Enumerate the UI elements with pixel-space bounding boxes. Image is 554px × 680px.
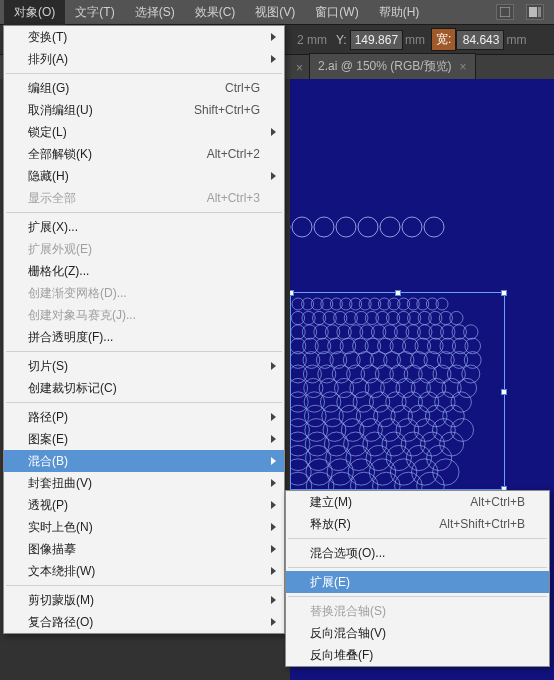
object-menu-item[interactable]: 图像描摹 <box>4 538 284 560</box>
menu-item-label: 剪切蒙版(M) <box>28 592 94 609</box>
blend-submenu-item[interactable]: 建立(M)Alt+Ctrl+B <box>286 491 549 513</box>
object-menu-item[interactable]: 取消编组(U)Shift+Ctrl+G <box>4 99 284 121</box>
object-menu-item[interactable]: 锁定(L) <box>4 121 284 143</box>
menu-item-label: 锁定(L) <box>28 124 67 141</box>
svg-point-164 <box>348 459 374 485</box>
svg-point-153 <box>290 445 311 470</box>
y-label: Y: <box>336 33 347 47</box>
svg-point-148 <box>363 432 387 456</box>
blend-submenu-item[interactable]: 反向堆叠(F) <box>286 644 549 666</box>
svg-point-140 <box>396 419 419 442</box>
object-menu-item[interactable]: 拼合透明度(F)... <box>4 326 284 348</box>
svg-point-36 <box>386 311 399 324</box>
svg-point-20 <box>378 298 390 310</box>
object-menu-item[interactable]: 栅格化(Z)... <box>4 260 284 282</box>
menu-view[interactable]: 视图(V) <box>245 0 305 25</box>
blend-submenu-item[interactable]: 混合选项(O)... <box>286 542 549 564</box>
object-menu-item[interactable]: 剪切蒙版(M) <box>4 589 284 611</box>
svg-point-18 <box>359 298 371 310</box>
menu-effect[interactable]: 效果(C) <box>185 0 246 25</box>
svg-point-160 <box>427 445 452 470</box>
menu-item-label: 扩展(X)... <box>28 219 78 236</box>
svg-point-44 <box>302 325 316 339</box>
svg-point-152 <box>440 432 464 456</box>
menu-item-label: 反向混合轴(V) <box>310 625 386 642</box>
svg-point-24 <box>417 298 429 310</box>
object-menu-item[interactable]: 排列(A) <box>4 48 284 70</box>
svg-point-35 <box>376 311 389 324</box>
object-menu-item[interactable]: 编组(G)Ctrl+G <box>4 77 284 99</box>
menu-window[interactable]: 窗口(W) <box>305 0 368 25</box>
blend-submenu-item[interactable]: 扩展(E) <box>286 571 549 593</box>
svg-point-43 <box>291 325 305 339</box>
svg-point-118 <box>369 392 389 412</box>
toolbar-btn-2[interactable] <box>526 4 544 20</box>
svg-point-12 <box>302 298 314 310</box>
blend-submenu-item[interactable]: 反向混合轴(V) <box>286 622 549 644</box>
svg-point-70 <box>427 338 443 354</box>
menu-shortcut: Alt+Shift+Ctrl+B <box>439 517 525 531</box>
svg-point-53 <box>406 325 420 339</box>
svg-point-154 <box>306 445 331 470</box>
svg-point-30 <box>323 311 336 324</box>
menu-help[interactable]: 帮助(H) <box>369 0 430 25</box>
svg-point-28 <box>302 311 315 324</box>
object-menu-item[interactable]: 隐藏(H) <box>4 165 284 187</box>
tab-pin-icon[interactable]: × <box>290 57 309 79</box>
document-tab[interactable]: 2.ai @ 150% (RGB/预览) × <box>309 53 476 79</box>
menu-object[interactable]: 对象(O) <box>4 0 65 25</box>
object-menu-item[interactable]: 混合(B) <box>4 450 284 472</box>
svg-point-123 <box>451 392 471 412</box>
svg-point-32 <box>344 311 357 324</box>
svg-point-14 <box>321 298 333 310</box>
menu-item-label: 混合选项(O)... <box>310 545 385 562</box>
svg-point-129 <box>374 405 396 427</box>
svg-point-31 <box>334 311 347 324</box>
object-menu-item[interactable]: 实时上色(N) <box>4 516 284 538</box>
object-menu-item[interactable]: 图案(E) <box>4 428 284 450</box>
svg-point-141 <box>414 419 437 442</box>
svg-point-80 <box>370 352 387 369</box>
menu-shortcut: Shift+Ctrl+G <box>194 103 260 117</box>
object-menu-item[interactable]: 变换(T) <box>4 26 284 48</box>
menu-select[interactable]: 选择(S) <box>125 0 185 25</box>
svg-point-117 <box>353 392 373 412</box>
menu-item-label: 全部解锁(K) <box>28 146 92 163</box>
object-menu-item[interactable]: 路径(P) <box>4 406 284 428</box>
svg-point-45 <box>314 325 328 339</box>
w-input[interactable]: 84.643 <box>456 30 504 50</box>
svg-point-157 <box>366 445 391 470</box>
object-menu-item[interactable]: 创建裁切标记(C) <box>4 377 284 399</box>
svg-point-22 <box>398 298 410 310</box>
tab-close-icon[interactable]: × <box>460 60 467 74</box>
svg-point-42 <box>450 311 463 324</box>
object-menu-item[interactable]: 封套扭曲(V) <box>4 472 284 494</box>
svg-point-41 <box>439 311 452 324</box>
svg-point-55 <box>429 325 443 339</box>
svg-point-46 <box>325 325 339 339</box>
svg-point-19 <box>369 298 381 310</box>
tab-label: 2.ai @ 150% (RGB/预览) <box>318 58 452 75</box>
svg-point-136 <box>323 419 346 442</box>
toolbar-btn-1[interactable] <box>496 4 514 20</box>
svg-point-130 <box>391 405 413 427</box>
svg-point-161 <box>290 459 311 485</box>
object-menu-item[interactable]: 全部解锁(K)Alt+Ctrl+2 <box>4 143 284 165</box>
menu-text[interactable]: 文字(T) <box>65 0 124 25</box>
svg-point-113 <box>290 392 308 412</box>
menu-item-label: 隐藏(H) <box>28 168 69 185</box>
object-menu-item[interactable]: 文本绕排(W) <box>4 560 284 582</box>
svg-point-33 <box>355 311 368 324</box>
object-menu-item[interactable]: 透视(P) <box>4 494 284 516</box>
object-menu-item[interactable]: 切片(S) <box>4 355 284 377</box>
svg-point-150 <box>401 432 425 456</box>
menu-item-label: 拼合透明度(F)... <box>28 329 113 346</box>
svg-point-138 <box>360 419 383 442</box>
svg-point-47 <box>337 325 351 339</box>
svg-point-50 <box>371 325 385 339</box>
object-menu-item[interactable]: 复合路径(O) <box>4 611 284 633</box>
blend-submenu-item[interactable]: 释放(R)Alt+Shift+Ctrl+B <box>286 513 549 535</box>
object-menu-item[interactable]: 扩展(X)... <box>4 216 284 238</box>
y-input[interactable]: 149.867 <box>350 30 403 50</box>
menu-shortcut: Alt+Ctrl+2 <box>207 147 260 161</box>
